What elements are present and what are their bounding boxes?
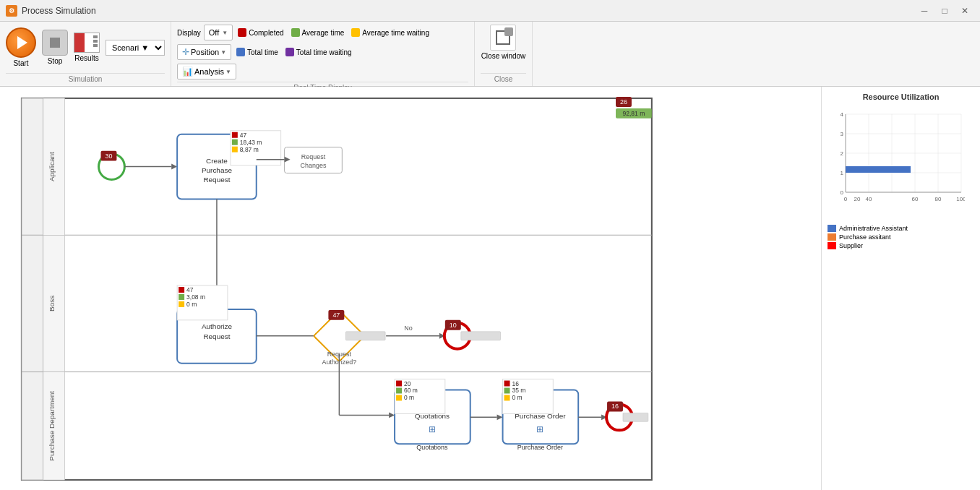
svg-rect-24 [232, 147, 238, 152]
svg-text:3,08 m: 3,08 m [186, 293, 205, 301]
svg-rect-63 [396, 381, 402, 387]
svg-rect-19 [231, 131, 281, 166]
title-bar: ⚙ Process Simulation ─ □ ✕ [0, 0, 980, 22]
admin-label: Administrative Assistant [839, 225, 908, 232]
svg-text:Changes: Changes [301, 162, 327, 169]
svg-rect-78 [504, 388, 510, 394]
display-label: Display [177, 29, 201, 37]
svg-marker-94 [285, 157, 291, 163]
svg-rect-72 [503, 390, 579, 444]
close-group-label: Close [481, 73, 526, 83]
avg-time-legend[interactable]: Average time [289, 27, 347, 38]
svg-rect-22 [232, 139, 238, 145]
svg-text:Create: Create [206, 157, 228, 165]
start-button[interactable] [6, 27, 36, 58]
avg-time-waiting-label: Average time waiting [362, 29, 429, 37]
svg-rect-75 [503, 379, 554, 414]
svg-text:Quotations: Quotations [415, 412, 450, 420]
svg-text:4: 4 [841, 111, 844, 118]
svg-rect-4 [43, 98, 65, 235]
close-group: Close window Close [475, 22, 533, 86]
close-button[interactable]: ✕ [955, 4, 974, 18]
svg-rect-80 [504, 395, 510, 400]
svg-text:⊞: ⊞ [429, 424, 436, 434]
svg-text:0 m: 0 m [404, 394, 414, 401]
resource-chart: 4 3 2 1 0 0 20 40 60 80 100 [828, 107, 965, 219]
supplier-color [828, 242, 836, 249]
svg-text:18,43 m: 18,43 m [240, 139, 262, 146]
toolbar: Start Stop Results [0, 22, 980, 87]
svg-text:47: 47 [332, 311, 340, 319]
scenario-dropdown[interactable]: Scenari ▼ [106, 40, 165, 56]
svg-point-85 [606, 404, 632, 430]
close-window-label: Close window [481, 52, 526, 60]
svg-rect-88 [623, 413, 648, 421]
avg-time-waiting-legend[interactable]: Average time waiting [349, 27, 431, 38]
svg-rect-89 [616, 97, 632, 107]
supplier-label: Supplier [839, 242, 863, 249]
svg-text:Purchase Order: Purchase Order [515, 412, 566, 420]
diagram-svg: Applicant Boss Purchase Department 30 Cr… [0, 87, 821, 490]
simulation-group-label: Simulation [6, 73, 165, 83]
legend-supplier: Supplier [828, 242, 974, 249]
diagram-area: Applicant Boss Purchase Department 30 Cr… [0, 87, 980, 490]
total-time-legend[interactable]: Total time [234, 47, 280, 57]
svg-text:Authorize: Authorize [202, 322, 233, 330]
svg-rect-20 [232, 132, 238, 138]
svg-rect-39 [179, 301, 184, 307]
svg-point-52 [444, 323, 470, 349]
svg-marker-84 [601, 414, 607, 420]
maximize-button[interactable]: □ [935, 4, 954, 18]
svg-rect-59 [395, 390, 470, 444]
total-time-waiting-dot [285, 48, 294, 56]
display-dropdown[interactable]: Off ▼ [204, 25, 233, 40]
svg-rect-55 [461, 332, 501, 340]
diagram-canvas: Applicant Boss Purchase Department 30 Cr… [0, 87, 821, 490]
svg-rect-11 [101, 151, 117, 161]
svg-rect-6 [43, 372, 65, 480]
svg-rect-53 [445, 320, 461, 330]
svg-text:20: 20 [404, 380, 411, 387]
stop-button[interactable] [42, 30, 68, 56]
stop-label: Stop [48, 57, 63, 65]
display-group: Display Off ▼ Completed Average time Ave… [171, 22, 475, 86]
simulation-group: Start Stop Results [0, 22, 171, 86]
svg-text:1: 1 [841, 170, 844, 176]
svg-text:No: No [404, 324, 412, 332]
purchase-color [828, 233, 836, 241]
svg-text:30: 30 [105, 152, 112, 160]
minimize-button[interactable]: ─ [915, 4, 934, 18]
svg-text:Applicant: Applicant [48, 152, 56, 181]
close-window-button[interactable]: Close window [481, 25, 526, 60]
admin-color [828, 225, 836, 232]
window-controls: ─ □ ✕ [915, 4, 974, 18]
avg-time-label: Average time [302, 29, 345, 37]
svg-point-10 [99, 154, 125, 180]
svg-text:47: 47 [240, 132, 247, 139]
svg-text:8,87 m: 8,87 m [240, 146, 259, 153]
svg-text:2: 2 [841, 150, 844, 157]
resource-panel: Resource Utilization 4 3 2 1 0 0 20 [821, 87, 980, 490]
svg-text:80: 80 [935, 196, 942, 202]
resource-title: Resource Utilization [828, 93, 974, 101]
svg-text:Request: Request [203, 332, 230, 340]
svg-rect-86 [607, 401, 623, 411]
svg-text:0: 0 [844, 196, 848, 202]
completed-dot [238, 28, 246, 37]
completed-legend[interactable]: Completed [236, 27, 285, 38]
results-button[interactable] [74, 33, 100, 53]
results-label: Results [74, 54, 98, 62]
svg-rect-34 [177, 285, 228, 320]
total-time-waiting-legend[interactable]: Total time waiting [283, 47, 354, 57]
svg-text:3: 3 [841, 131, 844, 137]
svg-text:40: 40 [866, 196, 872, 202]
svg-text:20: 20 [854, 196, 861, 202]
analysis-btn[interactable]: 📊 Analysis ▼ [177, 64, 236, 79]
svg-text:Authorized?: Authorized? [322, 358, 356, 366]
svg-marker-71 [497, 414, 503, 420]
position-btn[interactable]: ✛ Position ▼ [177, 44, 231, 60]
start-label: Start [13, 59, 28, 67]
svg-text:0 m: 0 m [186, 301, 197, 308]
svg-text:Purchase Department: Purchase Department [48, 391, 56, 461]
completed-label: Completed [249, 29, 283, 37]
